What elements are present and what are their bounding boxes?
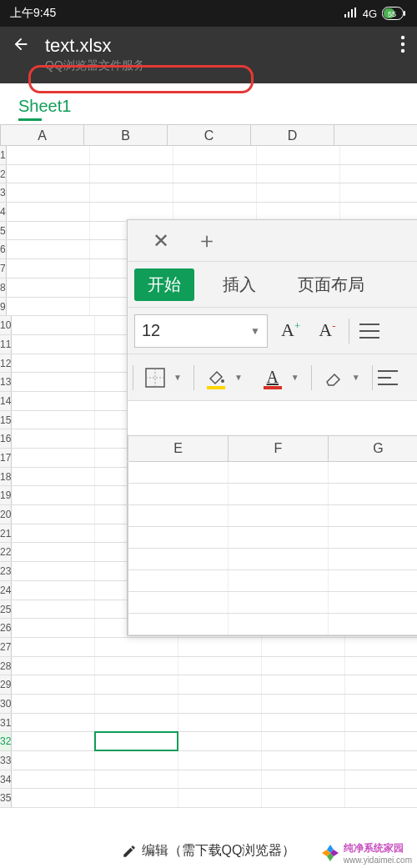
row-header[interactable]: 12 — [0, 354, 12, 373]
cell[interactable] — [329, 527, 417, 548]
row-header[interactable]: 17 — [0, 449, 12, 467]
cell[interactable] — [262, 751, 345, 770]
cell[interactable] — [12, 770, 95, 789]
cell[interactable] — [178, 638, 262, 656]
row-header[interactable]: 23 — [0, 562, 12, 580]
overlay-col-E[interactable]: E — [128, 436, 229, 462]
cell[interactable] — [128, 462, 229, 483]
cell[interactable] — [12, 695, 95, 713]
cell[interactable] — [12, 581, 95, 600]
close-tab-button[interactable]: ✕ — [136, 229, 186, 253]
cell[interactable] — [229, 462, 329, 483]
row-header[interactable]: 5 — [0, 222, 7, 240]
cell[interactable] — [12, 732, 95, 750]
cell[interactable] — [262, 789, 345, 807]
cell[interactable] — [345, 657, 417, 675]
cell[interactable] — [340, 183, 417, 202]
cell[interactable] — [229, 549, 329, 569]
format-button[interactable] — [376, 369, 399, 387]
row-header[interactable]: 29 — [0, 675, 12, 694]
cell[interactable] — [345, 770, 417, 789]
cell[interactable] — [7, 183, 90, 202]
cell[interactable] — [128, 549, 229, 569]
cell[interactable] — [345, 751, 417, 770]
cell[interactable] — [7, 222, 90, 240]
row-header[interactable]: 1 — [0, 146, 7, 164]
cell[interactable] — [7, 146, 90, 164]
cell[interactable] — [329, 549, 417, 569]
cell[interactable] — [257, 146, 340, 164]
align-button[interactable] — [358, 322, 381, 340]
cell[interactable] — [12, 411, 95, 429]
row-header[interactable]: 6 — [0, 240, 7, 258]
cell[interactable] — [257, 203, 340, 221]
cell[interactable] — [178, 714, 262, 732]
cell[interactable] — [128, 570, 229, 591]
row-header[interactable]: 35 — [0, 789, 12, 807]
row-header[interactable]: 27 — [0, 638, 12, 656]
cell[interactable] — [229, 592, 329, 613]
increase-font-button[interactable]: A+ — [276, 319, 305, 341]
row-header[interactable]: 19 — [0, 486, 12, 504]
fill-color-tool[interactable]: ▼ — [198, 364, 251, 391]
cell[interactable] — [90, 203, 173, 221]
cell[interactable] — [12, 789, 95, 807]
cell[interactable] — [7, 203, 90, 221]
cell[interactable] — [7, 259, 90, 278]
row-header[interactable]: 10 — [0, 316, 12, 334]
ribbon-tab-start[interactable]: 开始 — [134, 268, 194, 301]
cell[interactable] — [12, 600, 95, 619]
cell[interactable] — [12, 449, 95, 467]
font-size-selector[interactable]: 12 ▼ — [134, 314, 268, 348]
cell[interactable] — [7, 165, 90, 183]
cell[interactable] — [340, 165, 417, 183]
cell[interactable] — [262, 657, 345, 675]
cell[interactable] — [178, 695, 262, 713]
cell[interactable] — [128, 484, 229, 504]
row-header[interactable]: 9 — [0, 298, 7, 316]
cell[interactable] — [262, 695, 345, 713]
decrease-font-button[interactable]: A- — [314, 319, 340, 341]
border-tool[interactable]: ▼ — [137, 364, 190, 391]
overlay-col-F[interactable]: F — [229, 436, 329, 462]
cell[interactable] — [345, 638, 417, 656]
cell[interactable] — [12, 657, 95, 675]
cell[interactable] — [345, 732, 417, 750]
cell[interactable] — [12, 354, 95, 373]
ribbon-tab-insert[interactable]: 插入 — [209, 268, 269, 301]
cell[interactable] — [329, 592, 417, 613]
cell[interactable] — [12, 392, 95, 410]
row-header[interactable]: 32 — [0, 732, 12, 750]
back-button[interactable] — [12, 35, 30, 53]
cell[interactable] — [173, 203, 257, 221]
cell[interactable] — [12, 335, 95, 354]
col-header-B[interactable]: B — [84, 125, 168, 145]
row-header[interactable]: 4 — [0, 203, 7, 221]
cell[interactable] — [178, 789, 262, 807]
cell[interactable] — [329, 505, 417, 526]
cell[interactable] — [12, 638, 95, 656]
row-header[interactable]: 22 — [0, 543, 12, 561]
cell[interactable] — [95, 751, 178, 770]
cell[interactable] — [173, 165, 257, 183]
add-tab-button[interactable]: ＋ — [186, 226, 228, 255]
cell[interactable] — [345, 695, 417, 713]
row-header[interactable]: 15 — [0, 411, 12, 429]
cell[interactable] — [12, 524, 95, 543]
cell[interactable] — [95, 714, 178, 732]
eraser-tool[interactable]: ▼ — [315, 364, 369, 391]
cell[interactable] — [229, 614, 329, 635]
cell[interactable] — [329, 462, 417, 483]
cell[interactable] — [257, 165, 340, 183]
row-header[interactable]: 31 — [0, 714, 12, 732]
row-header[interactable]: 26 — [0, 619, 12, 637]
row-header[interactable]: 33 — [0, 751, 12, 770]
cell[interactable] — [178, 732, 262, 750]
cell[interactable] — [229, 527, 329, 548]
cell[interactable] — [345, 714, 417, 732]
col-header-D[interactable]: D — [251, 125, 334, 145]
ribbon-tab-pagelayout[interactable]: 页面布局 — [284, 268, 378, 301]
cell[interactable] — [12, 619, 95, 637]
row-header[interactable]: 11 — [0, 335, 12, 354]
cell[interactable] — [12, 751, 95, 770]
